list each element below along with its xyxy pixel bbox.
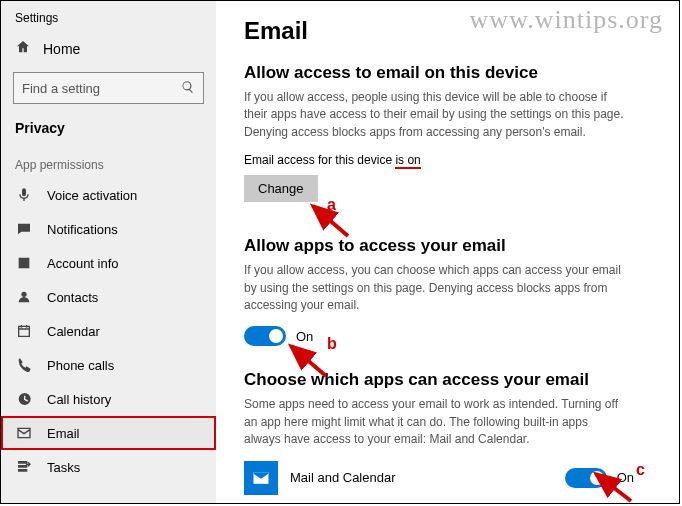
notification-icon: [15, 221, 33, 237]
search-icon: [181, 80, 195, 97]
mic-icon: [15, 187, 33, 203]
sidebar-item-email[interactable]: Email: [1, 416, 216, 450]
calendar-icon: [15, 323, 33, 339]
nav-label: Call history: [47, 392, 111, 407]
allow-apps-state: On: [296, 329, 313, 344]
section1-desc: If you allow access, people using this d…: [244, 89, 624, 141]
nav-label: Notifications: [47, 222, 118, 237]
history-icon: [15, 391, 33, 407]
sidebar-item-callhistory[interactable]: Call history: [1, 382, 216, 416]
app-row-mail: Mail and Calendar On: [244, 461, 634, 495]
nav-label: Email: [47, 426, 80, 441]
phone-icon: [15, 357, 33, 373]
status-value: is on: [395, 153, 420, 169]
mail-app-icon: [244, 461, 278, 495]
app-title: Settings: [1, 7, 216, 33]
app-label: Mail and Calendar: [290, 470, 396, 485]
page-title: Email: [244, 17, 651, 45]
tasks-icon: [15, 459, 33, 475]
nav-label: Calendar: [47, 324, 100, 339]
window-frame: Settings Home Find a setting Privacy App…: [0, 0, 680, 504]
section3-desc: Some apps need to access your email to w…: [244, 396, 624, 448]
email-icon: [15, 425, 33, 441]
allow-apps-toggle[interactable]: [244, 326, 286, 346]
mail-app-state: On: [617, 470, 634, 485]
main-content: Email Allow access to email on this devi…: [216, 1, 679, 503]
sidebar-item-account[interactable]: Account info: [1, 246, 216, 280]
section2-desc: If you allow access, you can choose whic…: [244, 262, 624, 314]
contacts-icon: [15, 289, 33, 305]
home-icon: [15, 39, 31, 58]
section2-heading: Allow apps to access your email: [244, 236, 651, 256]
section1-heading: Allow access to email on this device: [244, 63, 651, 83]
account-icon: [15, 255, 33, 271]
change-button[interactable]: Change: [244, 175, 318, 202]
current-section: Privacy: [1, 112, 216, 144]
sidebar-item-contacts[interactable]: Contacts: [1, 280, 216, 314]
sidebar-item-voice[interactable]: Voice activation: [1, 178, 216, 212]
sidebar-item-calendar[interactable]: Calendar: [1, 314, 216, 348]
section-header: App permissions: [1, 144, 216, 178]
nav-label: Account info: [47, 256, 119, 271]
nav-label: Phone calls: [47, 358, 114, 373]
sidebar-item-notifications[interactable]: Notifications: [1, 212, 216, 246]
nav-label: Tasks: [47, 460, 80, 475]
status-prefix: Email access for this device: [244, 153, 395, 167]
search-placeholder: Find a setting: [22, 81, 100, 96]
mail-app-toggle[interactable]: [565, 468, 607, 488]
nav-label: Contacts: [47, 290, 98, 305]
sidebar-item-phone[interactable]: Phone calls: [1, 348, 216, 382]
sidebar: Settings Home Find a setting Privacy App…: [1, 1, 216, 503]
section3-heading: Choose which apps can access your email: [244, 370, 651, 390]
search-input[interactable]: Find a setting: [13, 72, 204, 104]
device-status: Email access for this device is on: [244, 153, 651, 167]
nav-home[interactable]: Home: [1, 33, 216, 64]
nav-label: Voice activation: [47, 188, 137, 203]
nav-label-home: Home: [43, 41, 80, 57]
sidebar-item-tasks[interactable]: Tasks: [1, 450, 216, 484]
